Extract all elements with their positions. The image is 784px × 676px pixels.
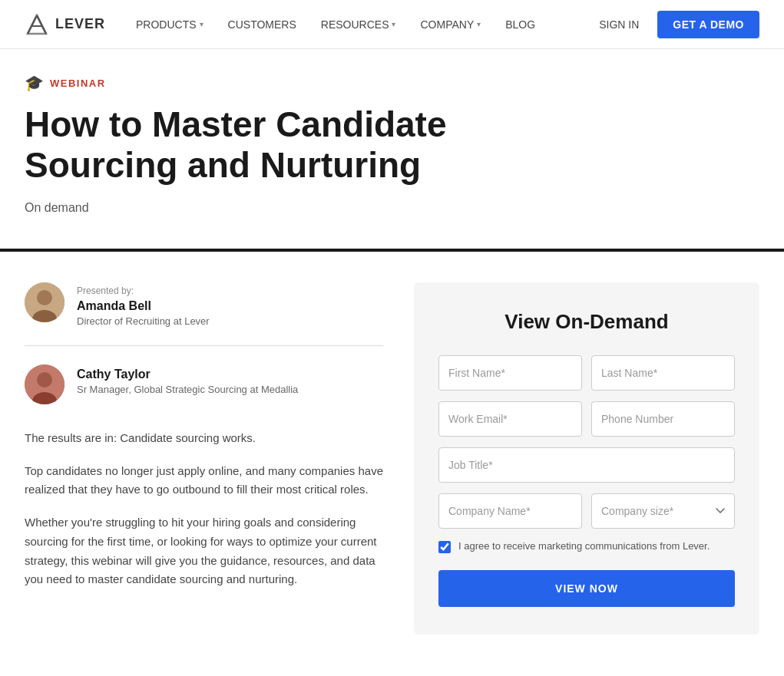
form-title: View On-Demand bbox=[438, 310, 735, 334]
form-card: View On-Demand bbox=[414, 282, 759, 635]
signin-link[interactable]: SIGN IN bbox=[599, 18, 639, 31]
presenter-divider bbox=[25, 345, 383, 346]
webinar-icon: 🎓 bbox=[25, 74, 44, 92]
svg-point-5 bbox=[37, 290, 52, 305]
presenter-2: Cathy Taylor Sr Manager, Global Strategi… bbox=[25, 364, 383, 404]
checkbox-row: I agree to receive marketing communicati… bbox=[438, 539, 735, 553]
body-paragraph-2: Top candidates no longer just apply onli… bbox=[25, 462, 383, 500]
webinar-tag: 🎓 WEBINAR bbox=[25, 74, 759, 92]
job-title-field bbox=[438, 447, 735, 483]
left-column: Presented by: Amanda Bell Director of Re… bbox=[25, 282, 383, 635]
svg-line-2 bbox=[37, 15, 46, 34]
main-nav: LEVER PRODUCTS ▾ CUSTOMERS RESOURCES ▾ C… bbox=[0, 0, 784, 49]
first-name-input[interactable] bbox=[438, 355, 582, 391]
svg-point-8 bbox=[37, 372, 52, 387]
avatar-amanda bbox=[25, 282, 65, 322]
job-title-input[interactable] bbox=[438, 447, 735, 483]
get-demo-button[interactable]: GET A DEMO bbox=[657, 11, 759, 38]
main-content: Presented by: Amanda Bell Director of Re… bbox=[0, 252, 784, 665]
presenters-section: Presented by: Amanda Bell Director of Re… bbox=[25, 282, 383, 404]
resources-chevron-icon: ▾ bbox=[392, 20, 395, 28]
lever-logo-icon bbox=[25, 12, 49, 37]
page-title: How to Master Candidate Sourcing and Nur… bbox=[25, 104, 455, 186]
marketing-checkbox[interactable] bbox=[438, 541, 451, 553]
svg-marker-0 bbox=[28, 15, 46, 34]
company-name-input[interactable] bbox=[438, 493, 582, 529]
nav-links: PRODUCTS ▾ CUSTOMERS RESOURCES ▾ COMPANY… bbox=[136, 18, 599, 31]
hero-subtitle: On demand bbox=[25, 201, 759, 215]
phone-input[interactable] bbox=[591, 401, 735, 437]
nav-products[interactable]: PRODUCTS ▾ bbox=[136, 18, 203, 31]
work-email-input[interactable] bbox=[438, 401, 582, 437]
presenter-1-title: Director of Recruiting at Lever bbox=[77, 315, 210, 327]
svg-line-1 bbox=[28, 15, 37, 34]
company-row: Company size* 1-10 11-50 51-200 201-500 … bbox=[438, 493, 735, 529]
company-size-select[interactable]: Company size* 1-10 11-50 51-200 201-500 … bbox=[591, 493, 735, 529]
body-paragraph-1: The results are in: Candidate sourcing w… bbox=[25, 429, 383, 448]
webinar-label: WEBINAR bbox=[50, 77, 106, 89]
avatar-amanda-image bbox=[25, 282, 65, 322]
avatar-cathy-image bbox=[25, 364, 65, 404]
presenter-1-label: Presented by: bbox=[77, 285, 210, 296]
name-row bbox=[438, 355, 735, 391]
products-chevron-icon: ▾ bbox=[200, 20, 203, 28]
logo-text: LEVER bbox=[55, 16, 105, 32]
phone-field bbox=[591, 401, 735, 437]
presenter-1: Presented by: Amanda Bell Director of Re… bbox=[25, 282, 383, 327]
company-chevron-icon: ▾ bbox=[477, 20, 481, 28]
hero-section: 🎓 WEBINAR How to Master Candidate Sourci… bbox=[0, 49, 784, 233]
nav-company[interactable]: COMPANY ▾ bbox=[420, 18, 481, 31]
last-name-field bbox=[591, 355, 735, 391]
presenter-2-info: Cathy Taylor Sr Manager, Global Strategi… bbox=[77, 364, 298, 395]
nav-right: SIGN IN GET A DEMO bbox=[599, 11, 759, 38]
company-name-field bbox=[438, 493, 582, 529]
right-column: View On-Demand bbox=[414, 282, 759, 635]
company-size-field: Company size* 1-10 11-50 51-200 201-500 … bbox=[591, 493, 735, 529]
presenter-1-name: Amanda Bell bbox=[77, 299, 210, 313]
first-name-field bbox=[438, 355, 582, 391]
work-email-field bbox=[438, 401, 582, 437]
checkbox-label[interactable]: I agree to receive marketing communicati… bbox=[458, 539, 710, 553]
logo-link[interactable]: LEVER bbox=[25, 12, 105, 37]
avatar-cathy bbox=[25, 364, 65, 404]
email-phone-row bbox=[438, 401, 735, 437]
presenter-2-title: Sr Manager, Global Strategic Sourcing at… bbox=[77, 384, 298, 395]
presenter-1-info: Presented by: Amanda Bell Director of Re… bbox=[77, 282, 210, 327]
nav-resources[interactable]: RESOURCES ▾ bbox=[321, 18, 396, 31]
nav-customers[interactable]: CUSTOMERS bbox=[228, 18, 296, 31]
body-paragraph-3: Whether you're struggling to hit your hi… bbox=[25, 513, 383, 589]
presenter-2-name: Cathy Taylor bbox=[77, 368, 298, 381]
view-now-button[interactable]: VIEW NOW bbox=[438, 570, 735, 607]
last-name-input[interactable] bbox=[591, 355, 735, 391]
nav-blog[interactable]: BLOG bbox=[505, 18, 535, 31]
